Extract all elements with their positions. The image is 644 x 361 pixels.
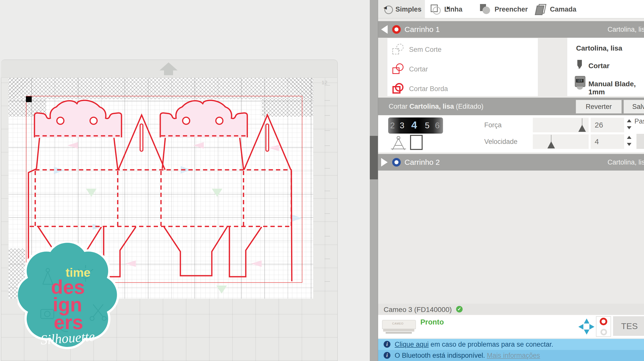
tab-simples-label[interactable]: Simples [395,6,422,13]
revert-button[interactable]: Reverter [576,100,622,113]
line-mode-icon[interactable] [431,5,441,14]
info-icon: i [384,352,390,359]
move-pad-icon[interactable] [578,318,594,335]
carriage2-select-radio[interactable] [600,329,607,335]
passadas-value-box[interactable] [636,134,644,149]
option-sem-corte-label[interactable]: Sem Corte [409,46,441,54]
device-status-row: CAMEO Pronto TES [378,315,644,339]
blade-depth-dial[interactable]: 2 3 4 5 6 [388,117,443,134]
velocidade-slider[interactable] [533,134,589,149]
velocidade-label: Velocidade [484,138,517,146]
carriage1-title: Carrinho 1 [405,25,440,34]
velocidade-slider-thumb[interactable] [547,141,555,148]
carriage2-header[interactable]: Carrinho 2 Cartolina, lisa [378,154,644,171]
cut-options-card: Sem Corte Cortar Cortar Borda [387,38,538,96]
collapse-arrow-icon[interactable] [381,25,388,34]
connection-notice: i Clique aqui em caso de problemas para … [378,339,644,350]
dial-6: 6 [435,121,439,130]
test-square-swatch[interactable] [410,135,423,150]
carriage1-material: Cartolina, lisa [608,26,644,33]
dial-2: 2 [390,121,395,130]
cut-edge-icon [392,83,404,94]
material-action[interactable]: Cortar [588,62,610,70]
tab-preencher-label[interactable]: Preencher [495,6,528,13]
panel-divider[interactable] [370,0,378,361]
device-status: Pronto [420,318,444,326]
connection-notice-text: Clique aqui em caso de problemas para se… [395,341,553,348]
bluetooth-notice: i O Bluetooth está indisponível. Mais in… [378,350,644,361]
carriage2-title: Carrinho 2 [405,158,440,167]
forca-slider-thumb[interactable] [578,125,586,132]
cameo-machine-image: CAMEO [382,318,415,334]
bluetooth-notice-text: O Bluetooth está indisponível. Mais info… [395,352,540,359]
forca-value-box[interactable]: 26 [591,118,624,132]
material-blade[interactable]: Manual Blade, 1mm [588,80,644,96]
option-cortar-label[interactable]: Cortar [409,65,428,73]
layer-mode-icon[interactable] [535,4,546,15]
forca-slider[interactable] [533,118,589,132]
dial-3: 3 [400,121,404,130]
device-name: Cameo 3 (FD140000) [384,306,452,314]
info-icon: i [384,341,390,348]
device-row[interactable]: Cameo 3 (FD140000) ✓ [378,304,644,315]
edit-bar-text: Cortar Cartolina, lisa (Editado) [389,103,484,110]
dial-4-selected: 4 [411,119,417,131]
device-connected-check-icon: ✓ [456,306,463,312]
cut-icon [392,63,404,74]
save-as-button[interactable]: Salvar C [624,100,644,113]
carriage2-blue-ring-icon [392,158,401,167]
fill-mode-icon[interactable] [480,4,491,15]
panel-divider-handle[interactable] [370,136,378,179]
option-cortar-borda-label[interactable]: Cortar Borda [409,85,448,93]
velocidade-value: 4 [595,137,599,146]
dial-right-arrow[interactable]: ► [446,5,451,11]
dial-5: 5 [425,121,429,130]
material-edit-bar: Cortar Cartolina, lisa (Editado) Reverte… [378,98,644,115]
velocidade-value-box[interactable]: 4 [591,134,624,149]
tab-camada-label[interactable]: Camada [550,6,576,13]
carriage-select-box [596,316,611,337]
material-name[interactable]: Cartolina, lisa [576,44,622,52]
forca-value: 26 [595,121,603,129]
option-cortar-borda[interactable] [392,83,404,94]
carriage1-red-ring-icon [392,25,401,34]
manual-blade-icon: 123 [574,76,585,90]
carriage2-material: Cartolina, lisa [608,158,644,166]
no-cut-icon [392,44,404,54]
passadas-label: Passadas [634,117,644,126]
forca-label: Força [484,121,502,129]
option-sem-corte[interactable] [392,44,404,54]
carriage1-select-radio[interactable] [600,318,607,325]
forca-decrement[interactable] [627,126,631,129]
material-card: Cartolina, lisa Cortar 123 Manual Blade,… [567,38,644,96]
dial-left-arrow[interactable]: ◄ [382,5,388,11]
silhouette-studio-send-screen: { "tabs": { "simples": "Simples", "linha… [0,0,644,361]
expand-arrow-icon[interactable] [381,158,388,167]
carriage1-header[interactable]: Carrinho 1 Cartolina, lisa [378,21,644,38]
design-canvas: 12 [0,0,370,361]
option-cortar[interactable] [392,63,404,74]
blade-angle-icon [389,136,408,151]
clique-aqui-link[interactable]: Clique aqui [395,341,429,348]
velocidade-increment[interactable] [627,136,631,139]
forca-increment[interactable] [627,119,631,122]
blade-icon [575,59,584,70]
mais-informacoes-link[interactable]: Mais informações [487,352,540,359]
test-button[interactable]: TES [613,316,644,336]
velocidade-decrement[interactable] [627,143,631,146]
time-designers-watermark: time des ign ers Silhouette [18,242,123,352]
